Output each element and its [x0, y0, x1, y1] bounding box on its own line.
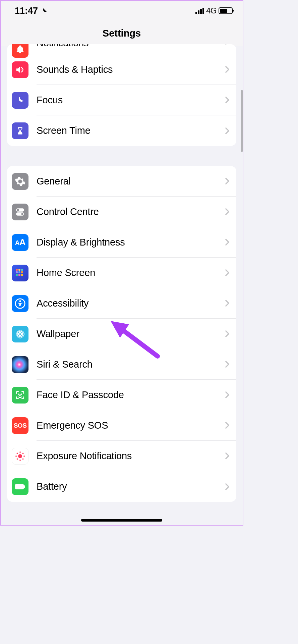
svg-rect-8	[18, 271, 20, 273]
chevron-right-icon	[225, 238, 230, 246]
chevron-right-icon	[225, 483, 230, 490]
svg-point-1	[17, 209, 19, 211]
row-battery[interactable]: Battery	[7, 471, 236, 502]
row-label: Accessibility	[37, 298, 88, 309]
row-label: Siri & Search	[37, 359, 93, 370]
moon-icon	[41, 7, 48, 14]
chevron-right-icon	[225, 422, 230, 429]
hourglass-icon	[12, 122, 28, 139]
row-label: General	[37, 176, 71, 187]
row-label: Wallpaper	[37, 328, 79, 339]
chevron-right-icon	[225, 300, 230, 307]
moon-icon	[12, 92, 28, 109]
svg-point-26	[18, 454, 22, 458]
row-label: Sounds & Haptics	[37, 64, 113, 75]
svg-rect-4	[16, 269, 18, 271]
signal-icon	[195, 8, 204, 14]
svg-rect-10	[16, 274, 18, 276]
chevron-right-icon	[225, 177, 230, 185]
exposure-icon	[12, 448, 28, 465]
svg-point-34	[22, 458, 24, 460]
svg-rect-36	[24, 485, 25, 488]
network-label: 4G	[206, 6, 217, 15]
svg-point-24	[18, 394, 19, 394]
svg-point-30	[23, 455, 25, 457]
row-siri[interactable]: Siri & Search	[7, 349, 236, 380]
row-exposure[interactable]: Exposure Notifications	[7, 441, 236, 471]
chevron-right-icon	[225, 127, 230, 135]
chevron-right-icon	[225, 66, 230, 73]
row-general[interactable]: General	[7, 166, 236, 197]
row-sounds[interactable]: Sounds & Haptics	[7, 54, 236, 85]
settings-content: Notifications Sounds & Haptics Focus	[1, 44, 243, 502]
row-notifications[interactable]: Notifications	[7, 44, 236, 54]
svg-point-31	[17, 452, 18, 454]
row-label: Face ID & Passcode	[37, 389, 124, 400]
svg-rect-35	[15, 484, 24, 489]
row-label: Focus	[37, 95, 63, 106]
sos-icon: SOS	[12, 417, 28, 434]
row-accessibility[interactable]: Accessibility	[7, 288, 236, 319]
row-focus[interactable]: Focus	[7, 85, 236, 115]
svg-rect-9	[21, 271, 23, 273]
face-id-icon	[12, 387, 28, 404]
battery-icon	[219, 7, 233, 14]
svg-point-3	[21, 213, 23, 215]
status-left: 11:47	[15, 6, 48, 16]
gear-icon	[12, 173, 28, 190]
svg-point-25	[21, 394, 21, 394]
siri-icon	[12, 356, 28, 373]
row-sos[interactable]: SOS Emergency SOS	[7, 410, 236, 441]
chevron-right-icon	[225, 391, 230, 398]
page-title: Settings	[103, 28, 141, 39]
navigation-bar: Settings	[1, 21, 243, 46]
chevron-right-icon	[225, 96, 230, 104]
row-screentime[interactable]: Screen Time	[7, 115, 236, 146]
row-label: Display & Brightness	[37, 237, 125, 248]
status-bar: 11:47 4G	[1, 1, 243, 21]
status-time: 11:47	[15, 6, 38, 16]
svg-rect-7	[16, 271, 18, 273]
row-label: Control Centre	[37, 206, 99, 217]
svg-rect-5	[18, 269, 20, 271]
svg-point-33	[17, 458, 18, 460]
svg-rect-11	[18, 274, 20, 276]
battery-icon	[12, 478, 28, 495]
settings-group-1: Notifications Sounds & Haptics Focus	[7, 44, 236, 146]
svg-point-14	[19, 300, 21, 302]
chevron-right-icon	[225, 452, 230, 460]
switches-icon	[12, 204, 28, 220]
chevron-right-icon	[225, 361, 230, 368]
settings-group-2: General Control Centre AA Display & Brig…	[7, 166, 236, 502]
text-size-icon: AA	[12, 234, 28, 251]
row-label: Home Screen	[37, 267, 95, 278]
row-display[interactable]: AA Display & Brightness	[7, 227, 236, 258]
row-label: Exposure Notifications	[37, 450, 132, 462]
accessibility-icon	[12, 295, 28, 312]
status-right: 4G	[195, 6, 233, 15]
row-homescreen[interactable]: Home Screen	[7, 258, 236, 288]
svg-point-27	[19, 451, 21, 453]
svg-rect-12	[21, 274, 23, 276]
row-label: Battery	[37, 481, 67, 492]
chevron-right-icon	[225, 330, 230, 337]
speaker-icon	[12, 61, 28, 78]
chevron-right-icon	[225, 269, 230, 276]
chevron-right-icon	[225, 208, 230, 215]
row-label: Screen Time	[37, 125, 91, 136]
svg-point-28	[19, 460, 21, 461]
row-faceid[interactable]: Face ID & Passcode	[7, 380, 236, 410]
row-controlcentre[interactable]: Control Centre	[7, 197, 236, 227]
flower-icon	[12, 326, 28, 342]
scroll-indicator[interactable]	[241, 90, 243, 152]
row-wallpaper[interactable]: Wallpaper	[7, 319, 236, 349]
row-label: Emergency SOS	[37, 420, 108, 431]
bell-icon	[12, 44, 28, 58]
svg-point-32	[22, 452, 24, 454]
home-grid-icon	[12, 265, 28, 281]
svg-rect-6	[21, 269, 23, 271]
home-indicator[interactable]	[81, 519, 162, 522]
svg-point-29	[15, 455, 17, 457]
chevron-right-icon	[225, 44, 230, 45]
row-label: Notifications	[37, 44, 88, 49]
